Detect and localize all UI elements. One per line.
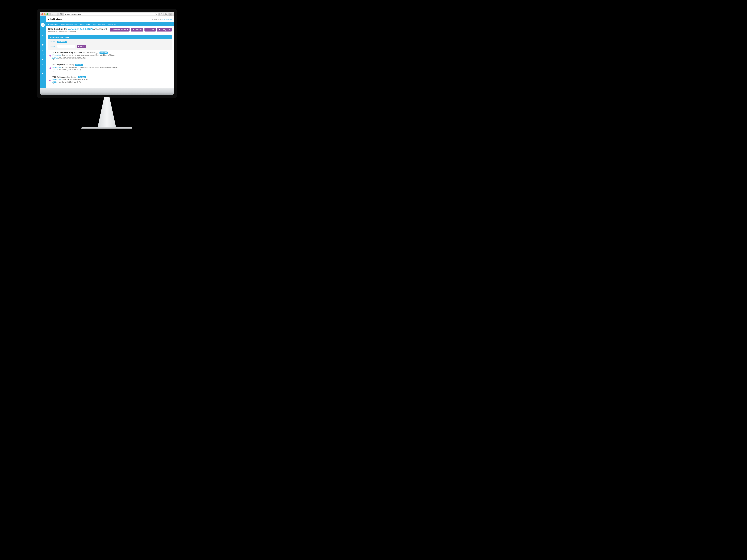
- send-icon: [159, 29, 160, 30]
- variation-tag: Variation: [75, 64, 83, 66]
- maximize-window-button[interactable]: [47, 13, 48, 15]
- imac-bezel: ‹ › www.chalkstring.com/ ↻: [36, 9, 177, 98]
- screen: ‹ › www.chalkstring.com/ ↻: [40, 12, 174, 88]
- product-title: VO2 Dayworks per Day(s) Variation: [52, 64, 170, 66]
- product-row: VO1 Non-billable Boxing in column per Li…: [48, 50, 172, 62]
- new-tab-button[interactable]: +: [169, 13, 172, 16]
- svg-rect-4: [165, 14, 167, 15]
- panel-title: Assessment products: [48, 35, 172, 39]
- share-button[interactable]: [159, 13, 163, 16]
- labour-button[interactable]: Labour: [145, 28, 156, 31]
- circle-icon[interactable]: [42, 58, 44, 60]
- product-title: VO3 Making good per Day(s) Variation: [52, 76, 170, 78]
- search-input[interactable]: [57, 45, 75, 48]
- supply-fit-button[interactable]: Supply & Fit: [157, 28, 172, 31]
- cubes-icon[interactable]: [42, 34, 44, 36]
- project-name: 9089 John Lewis, Beckenham: [54, 31, 76, 32]
- sub-nav: ⮜Project hub Assessment overview Rate bu…: [46, 22, 174, 26]
- brand-logo[interactable]: chalkstring: [48, 18, 63, 21]
- forward-button[interactable]: ›: [54, 13, 58, 16]
- product-description: Description: Attend site and refix damag…: [52, 79, 170, 80]
- clipboard-icon[interactable]: [42, 49, 44, 51]
- product-price: £310.50 per Day(s) (£225.00 ex. OHP): [52, 69, 170, 72]
- svg-rect-11: [43, 49, 43, 49]
- user-icon[interactable]: [42, 39, 44, 41]
- variation-link[interactable]: Variations (v.3.0.1432): [68, 28, 93, 30]
- x-icon: ✖: [78, 45, 79, 47]
- login-info: Logged in as Sarah Crawford: [152, 19, 172, 20]
- nav-assessment-overview[interactable]: Assessment overview: [61, 23, 77, 25]
- issues-pill[interactable]: Variations: 3: [57, 41, 68, 43]
- cubes-icon: [132, 29, 134, 30]
- nav-fixed-costs[interactable]: Fixed costs: [108, 23, 116, 25]
- svg-rect-8: [42, 44, 44, 45]
- close-window-button[interactable]: [42, 13, 43, 15]
- pencil-icon[interactable]: [42, 63, 44, 65]
- svg-rect-10: [42, 49, 43, 51]
- tabs-button[interactable]: [164, 13, 168, 16]
- search-label: Search:: [50, 45, 56, 47]
- app-topbar: chalkstring Logged in as Sarah Crawford: [46, 17, 174, 22]
- external-link-icon[interactable]: [52, 58, 170, 60]
- materials-button[interactable]: Materials: [131, 28, 144, 31]
- price-link[interactable]: £323.44: [52, 81, 58, 83]
- eye-icon[interactable]: [49, 80, 51, 81]
- product-title: VO1 Non-billable Boxing in column per Li…: [52, 52, 170, 54]
- url-bar[interactable]: www.chalkstring.com/ ↻: [63, 13, 158, 16]
- imac-frame: ‹ › www.chalkstring.com/ ↻: [36, 9, 177, 129]
- product-price: £323.44 per Day(s) (£225.00 ex. OHP): [52, 81, 170, 84]
- menu-toggle[interactable]: [41, 18, 45, 20]
- tag-icon[interactable]: [42, 53, 44, 56]
- main-content: chalkstring Logged in as Sarah Crawford …: [46, 17, 174, 88]
- nav-project-hub[interactable]: ⮜Project hub: [48, 23, 58, 25]
- chevron-left-icon: ⮜: [48, 24, 49, 25]
- rail-item-active[interactable]: [41, 23, 45, 27]
- product-row: VO3 Making good per Day(s) Variation Des…: [48, 74, 172, 86]
- chevron-down-icon: ▾: [127, 29, 128, 31]
- search-row: Search: ✖ Reset: [48, 44, 172, 50]
- user-link[interactable]: Sarah Crawford: [161, 19, 172, 20]
- variation-tag: Variation: [78, 76, 86, 78]
- price-link[interactable]: £310.50: [52, 69, 58, 71]
- eye-icon[interactable]: [49, 68, 51, 69]
- app-frame: chalkstring Logged in as Sarah Crawford …: [40, 17, 174, 88]
- svg-rect-6: [43, 24, 43, 24]
- external-link-icon[interactable]: [52, 83, 170, 84]
- minimize-window-button[interactable]: [44, 13, 46, 15]
- reply-icon[interactable]: [42, 73, 44, 75]
- back-button[interactable]: ‹: [51, 13, 54, 16]
- monitor-icon[interactable]: [42, 44, 44, 46]
- gear-icon[interactable]: [42, 68, 44, 70]
- assessment-products-panel: Assessment products Issues: Variations: …: [48, 35, 172, 86]
- svg-point-12: [42, 54, 43, 54]
- url-text: www.chalkstring.com/: [65, 13, 81, 15]
- svg-point-13: [43, 59, 43, 60]
- chart-icon[interactable]: [42, 30, 44, 32]
- left-rail: [40, 17, 46, 88]
- svg-rect-5: [42, 24, 43, 26]
- nav-rate-build-up[interactable]: Rate build up: [80, 23, 91, 25]
- reload-icon[interactable]: ↻: [155, 13, 157, 15]
- product-description: Description: Return to site to box aroun…: [52, 54, 170, 56]
- imac-foot: [81, 127, 132, 129]
- login-prefix: Logged in as: [152, 19, 161, 20]
- svg-rect-9: [43, 45, 43, 46]
- svg-point-15: [147, 29, 148, 30]
- imac-chin: [40, 88, 174, 95]
- page-header: Rate build up for Variations (v.3.0.1432…: [46, 26, 174, 34]
- header-actions: Assessment actions ▾ Materials Labour: [110, 28, 172, 31]
- browser-right-controls: +: [159, 13, 172, 16]
- variation-tag: Variation: [100, 52, 108, 54]
- svg-point-7: [43, 39, 43, 40]
- eye-icon[interactable]: [49, 55, 51, 57]
- assessment-actions-button[interactable]: Assessment actions ▾: [110, 28, 130, 31]
- price-link[interactable]: £105.39: [52, 57, 58, 58]
- issues-label: Issues:: [50, 41, 55, 43]
- nav-bill-of-quantities[interactable]: Bill of quantities: [93, 23, 105, 25]
- svg-rect-3: [165, 14, 166, 15]
- sidebar-toggle-button[interactable]: [59, 13, 62, 16]
- external-link-icon[interactable]: [52, 71, 170, 72]
- issues-row: Issues: Variations: 3: [48, 39, 172, 44]
- reset-button[interactable]: ✖ Reset: [77, 45, 86, 48]
- page-title: Rate build up for Variations (v.3.0.1432…: [48, 28, 107, 30]
